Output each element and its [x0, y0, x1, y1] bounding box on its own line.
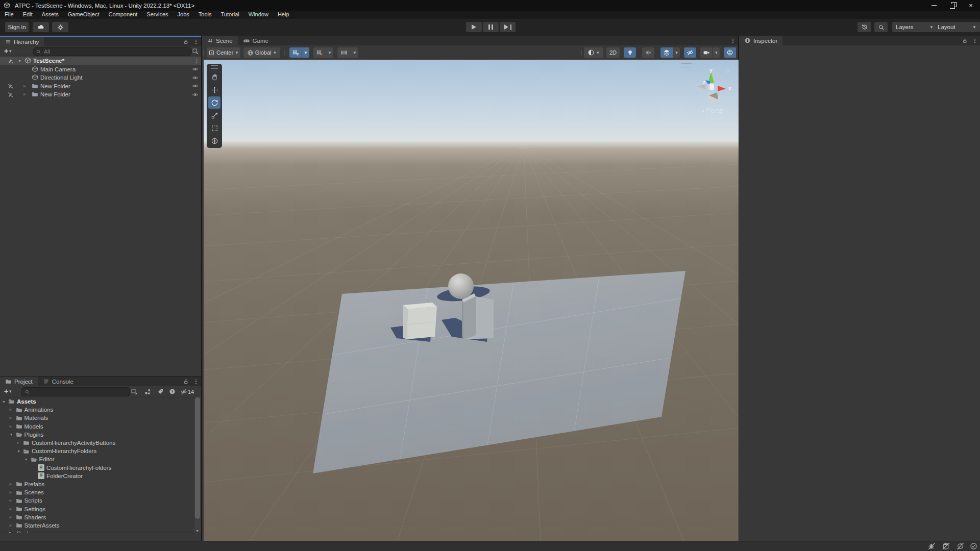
project-row-scripts[interactable]: ▶Scripts [0, 496, 201, 505]
view-hand-tool[interactable] [208, 71, 220, 83]
add-gameobject-button[interactable]: +▼ [4, 47, 12, 55]
project-search-field[interactable] [21, 387, 130, 396]
project-row-editor[interactable]: ▼Editor [0, 455, 201, 463]
scroll-down-arrow[interactable]: ▼ [195, 529, 199, 533]
cloud-services-button[interactable] [33, 22, 49, 32]
project-row-materials[interactable]: ▶Materials [0, 414, 201, 422]
axis-y-cone[interactable] [708, 72, 714, 83]
menu-item-assets[interactable]: Assets [37, 11, 63, 18]
lock-icon[interactable] [183, 379, 189, 385]
hierarchy-search-field[interactable] [33, 47, 192, 56]
auto-refresh-disabled-icon[interactable] [957, 542, 964, 550]
expand-arrow[interactable]: ▼ [18, 59, 21, 63]
overlay-drag-handle[interactable] [211, 65, 218, 69]
project-row-customhierarchyfolders[interactable]: #CustomHierarchyFolders [0, 464, 201, 472]
gizmos-toggle[interactable] [724, 47, 736, 58]
kebab-menu-icon[interactable] [730, 38, 736, 44]
expand-arrow[interactable]: ▼ [2, 400, 6, 404]
scale-tool[interactable] [208, 109, 220, 121]
collapse-arrow[interactable]: ▶ [10, 482, 12, 486]
effects-toggle[interactable] [660, 47, 673, 58]
menu-item-help[interactable]: Help [273, 11, 294, 18]
import-warnings-icon[interactable] [169, 388, 176, 395]
2d-view-toggle[interactable]: 2D [606, 47, 620, 58]
collapse-arrow[interactable]: ▶ [17, 441, 19, 445]
lock-icon[interactable] [183, 39, 189, 45]
expand-arrow[interactable]: ▼ [24, 458, 28, 461]
menu-item-tools[interactable]: Tools [194, 11, 216, 18]
pickability-icon[interactable] [7, 57, 14, 64]
minimize-button[interactable] [925, 0, 943, 11]
tool-handle-pivot-dropdown[interactable]: Center▼ [207, 47, 240, 58]
project-row-plugins[interactable]: ▼Plugins [0, 431, 201, 439]
transform-tool[interactable] [208, 135, 220, 147]
global-search-button[interactable] [874, 22, 888, 32]
tab-project[interactable]: Project [0, 377, 38, 386]
create-asset-button[interactable]: +▼ [4, 388, 12, 395]
axis-x-cone[interactable] [718, 86, 726, 91]
kebab-menu-icon[interactable] [972, 38, 978, 44]
tab-scene[interactable]: Scene [202, 36, 238, 45]
scene-viewport[interactable]: y x z ◄Persp [204, 60, 739, 541]
pick-asset-icon[interactable] [131, 388, 137, 395]
menu-item-tutorial[interactable]: Tutorial [216, 11, 243, 18]
debugger-detached-icon[interactable] [928, 542, 936, 550]
collapse-arrow[interactable]: ▶ [10, 523, 12, 528]
draw-mode-dropdown[interactable]: ▼ [584, 47, 603, 58]
project-row-models[interactable]: ▶Models [0, 422, 201, 431]
projection-label[interactable]: ◄Persp [687, 107, 738, 114]
hierarchy-row-new-folder[interactable]: ▶New Folder [0, 82, 201, 90]
project-row-shaders[interactable]: ▶Shaders [0, 513, 201, 521]
hidden-objects-toggle[interactable] [684, 47, 696, 58]
collapse-arrow[interactable]: ▶ [10, 498, 12, 503]
snap-increment-button[interactable] [337, 47, 351, 58]
pickability-disabled-icon[interactable] [7, 83, 14, 89]
gizmo-lock-icon[interactable] [724, 68, 730, 73]
tab-game[interactable]: Game [238, 36, 274, 45]
rotate-tool[interactable] [208, 96, 220, 109]
menu-item-jobs[interactable]: Jobs [173, 11, 194, 18]
grid-snapping-toggle[interactable] [313, 47, 326, 58]
project-row-scenes[interactable]: ▶Scenes [0, 488, 201, 496]
tab-console[interactable]: Console [38, 377, 79, 386]
menu-item-services[interactable]: Services [142, 11, 173, 18]
visibility-eye-icon[interactable] [192, 91, 199, 97]
project-row-customhierarchyactivitybuttons[interactable]: ▶CustomHierarchyActivityButtons [0, 439, 201, 447]
project-row-assets[interactable]: ▼Assets [0, 397, 201, 406]
play-button[interactable] [466, 22, 482, 32]
lock-icon[interactable] [962, 38, 968, 44]
hidden-packages-icon[interactable] [180, 388, 187, 395]
project-row-animations[interactable]: ▶Animations [0, 406, 201, 414]
sphere-object[interactable] [448, 273, 474, 299]
progress-ok-icon[interactable] [970, 542, 977, 550]
hierarchy-row-directional-light[interactable]: Directional Light [0, 73, 201, 82]
tool-handle-rotation-dropdown[interactable]: Global▼ [243, 47, 280, 58]
menu-item-gameobject[interactable]: GameObject [63, 11, 104, 18]
collapse-arrow[interactable]: ▶ [10, 507, 12, 511]
project-row-prefabs[interactable]: ▶Prefabs [0, 480, 201, 488]
sign-in-button[interactable]: Sign in [5, 22, 29, 32]
kebab-menu-icon[interactable] [193, 39, 199, 45]
visibility-eye-icon[interactable] [192, 74, 199, 81]
collapse-arrow[interactable]: ▶ [23, 84, 26, 88]
effects-dropdown[interactable]: ▼ [673, 47, 680, 58]
collapse-arrow[interactable]: ▶ [10, 408, 12, 412]
tab-inspector[interactable]: Inspector [739, 36, 782, 45]
audio-mute-toggle[interactable] [642, 47, 654, 58]
visibility-eye-icon[interactable] [192, 66, 199, 72]
project-row-customhierarchyfolders[interactable]: ▼CustomHierarchyFolders [0, 447, 201, 455]
project-row-starterassets[interactable]: ▶StarterAssets [0, 521, 201, 530]
collapse-arrow[interactable]: ▶ [10, 424, 12, 429]
camera-settings-dropdown[interactable]: ▼ [713, 47, 720, 58]
account-settings-button[interactable] [52, 22, 68, 32]
grid-visibility-toggle[interactable] [289, 47, 302, 58]
collapse-arrow[interactable]: ▶ [10, 515, 12, 519]
maximize-button[interactable] [943, 0, 962, 11]
hierarchy-search-input[interactable] [43, 48, 189, 55]
hierarchy-row-main-camera[interactable]: Main Camera [0, 65, 201, 73]
search-by-type-icon[interactable] [144, 388, 151, 395]
menu-item-file[interactable]: File [0, 11, 18, 18]
expand-arrow[interactable]: ▼ [10, 433, 13, 436]
undo-history-button[interactable] [857, 22, 871, 32]
collapse-arrow[interactable]: ▶ [23, 92, 26, 96]
